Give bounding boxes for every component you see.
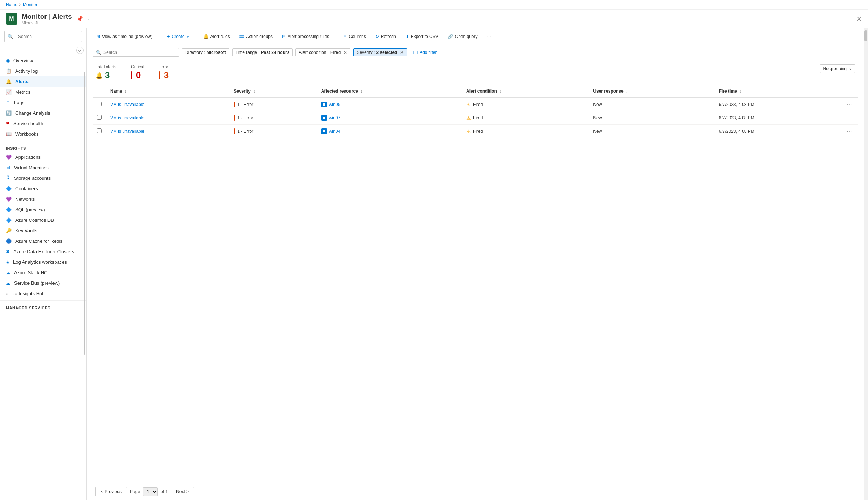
severity-bar-icon <box>234 115 235 121</box>
alert-rules-button[interactable]: 🔔 Alert rules <box>199 32 234 41</box>
sidebar-item-label: Storage accounts <box>14 175 51 181</box>
more-icon[interactable]: ··· <box>88 16 93 22</box>
sidebar-item-activity-log[interactable]: 📋 Activity log <box>0 66 86 76</box>
sidebar-item-key-vaults[interactable]: 🔑 Key Vaults <box>0 225 86 236</box>
cosmos-db-icon: 🔷 <box>6 217 12 223</box>
row-checkbox[interactable] <box>97 128 102 133</box>
sidebar-item-azure-cache-redis[interactable]: 🔵 Azure Cache for Redis <box>0 236 86 246</box>
alert-name-link[interactable]: VM is unavailable <box>110 129 144 134</box>
row-severity-cell: 1 - Error <box>229 125 316 138</box>
workbooks-icon: 📖 <box>6 131 12 137</box>
close-icon[interactable]: ✕ <box>856 14 862 23</box>
row-checkbox[interactable] <box>97 102 102 106</box>
sidebar-item-label: Service health <box>13 121 43 126</box>
sidebar-item-networks[interactable]: 💜 Networks <box>0 194 86 204</box>
next-button[interactable]: Next > <box>171 487 194 496</box>
export-csv-button[interactable]: ⬇ Export to CSV <box>401 32 442 41</box>
filter-close-icon[interactable]: ✕ <box>344 50 347 55</box>
insights-section-label: Insights <box>0 143 86 152</box>
sort-icon[interactable]: ↕ <box>499 89 502 93</box>
log-analytics-icon: ◈ <box>6 259 9 265</box>
azure-stack-hci-icon: ☁ <box>6 270 10 275</box>
filter-tag-time-range[interactable]: Time range : Past 24 hours <box>232 48 293 56</box>
sidebar-search-input[interactable] <box>15 33 79 41</box>
filter-tag-severity[interactable]: Severity : 2 selected ✕ <box>353 48 407 56</box>
toolbar: ⊞ View as timeline (preview) + Create ∨ … <box>87 28 864 45</box>
row-more-button[interactable]: ··· <box>847 115 854 121</box>
severity-label: 1 - Error <box>237 102 253 107</box>
sidebar-item-azure-stack-hci[interactable]: ☁ Azure Stack HCI <box>0 267 86 278</box>
filter-tag-value: Microsoft <box>207 50 226 55</box>
row-more-button[interactable]: ··· <box>847 101 854 107</box>
resource-link[interactable]: win04 <box>329 129 340 134</box>
create-button[interactable]: + Create ∨ <box>162 31 193 42</box>
sort-icon[interactable]: ↕ <box>626 89 628 93</box>
sidebar-item-workbooks[interactable]: 📖 Workbooks <box>0 129 86 139</box>
columns-button[interactable]: ⊞ Columns <box>339 32 370 41</box>
filter-close-severity-icon[interactable]: ✕ <box>400 50 404 55</box>
refresh-button[interactable]: ↻ Refresh <box>371 32 400 41</box>
overview-icon: ◉ <box>6 58 10 63</box>
row-name-cell: VM is unavailable <box>106 125 229 138</box>
sort-icon[interactable]: ↕ <box>125 89 127 93</box>
sidebar-item-containers[interactable]: 🔷 Containers <box>0 183 86 194</box>
sidebar-item-insights-hub[interactable]: ··· ··· Insights Hub <box>0 288 86 299</box>
sidebar-item-virtual-machines[interactable]: 🖥 Virtual Machines <box>0 162 86 173</box>
sidebar-scrollbar[interactable] <box>84 72 85 355</box>
row-resource-cell: win04 <box>317 125 462 138</box>
filter-tag-directory[interactable]: Directory : Microsoft <box>182 48 229 56</box>
add-filter-button[interactable]: + + Add filter <box>410 49 439 56</box>
sidebar-item-storage-accounts[interactable]: 🗄 Storage accounts <box>0 173 86 183</box>
row-user-response-cell: New <box>589 98 714 111</box>
filter-tag-key: Alert condition : <box>299 50 329 55</box>
sidebar-item-overview[interactable]: ◉ Overview <box>0 55 86 66</box>
sidebar-item-cosmos-db[interactable]: 🔷 Azure Cosmos DB <box>0 215 86 225</box>
sidebar-item-logs[interactable]: 🗒 Logs <box>0 97 86 108</box>
sidebar-item-label: Workbooks <box>15 131 39 137</box>
pin-icon[interactable]: 📌 <box>76 16 83 22</box>
row-more-button[interactable]: ··· <box>847 128 854 134</box>
sort-icon[interactable]: ↕ <box>361 89 363 93</box>
sidebar-item-log-analytics[interactable]: ◈ Log Analytics workspaces <box>0 257 86 267</box>
sidebar-item-applications[interactable]: 💜 Applications <box>0 152 86 162</box>
resource-link[interactable]: win07 <box>329 115 340 120</box>
sort-icon[interactable]: ↕ <box>253 89 255 93</box>
previous-button[interactable]: < Previous <box>95 487 127 496</box>
alert-name-link[interactable]: VM is unavailable <box>110 102 144 107</box>
sidebar-collapse-btn[interactable]: ‹‹ <box>76 47 84 54</box>
sidebar-item-sql-preview[interactable]: 🔷 SQL (preview) <box>0 204 86 215</box>
sidebar-item-label: Applications <box>15 154 41 160</box>
service-bus-icon: ☁ <box>6 280 10 286</box>
action-groups-button[interactable]: ≡≡ Action groups <box>235 32 277 41</box>
alert-name-link[interactable]: VM is unavailable <box>110 115 144 120</box>
col-user-response: User response ↕ <box>589 85 714 98</box>
alert-processing-button[interactable]: ⊞ Alert processing rules <box>278 32 333 41</box>
sidebar-item-azure-data-explorer[interactable]: ✖ Azure Data Explorer Clusters <box>0 246 86 257</box>
grouping-dropdown[interactable]: No grouping ∨ <box>820 64 855 73</box>
action-groups-icon: ≡≡ <box>239 34 244 39</box>
breadcrumb-current[interactable]: Monitor <box>23 2 37 7</box>
sidebar-item-service-bus[interactable]: ☁ Service Bus (preview) <box>0 278 86 288</box>
user-response-label: New <box>593 102 602 107</box>
breadcrumb-home[interactable]: Home <box>6 2 17 7</box>
view-timeline-button[interactable]: ⊞ View as timeline (preview) <box>93 32 156 41</box>
open-query-button[interactable]: 🔗 Open query <box>444 32 482 41</box>
key-vaults-icon: 🔑 <box>6 228 12 233</box>
filter-search-input[interactable] <box>103 50 176 55</box>
page-label: Page <box>130 489 140 494</box>
row-checkbox[interactable] <box>97 115 102 120</box>
filter-tag-alert-condition[interactable]: Alert condition : Fired ✕ <box>295 48 350 56</box>
row-severity-cell: 1 - Error <box>229 111 316 125</box>
page-select[interactable]: 1 <box>143 487 158 496</box>
sidebar-item-label: Service Bus (preview) <box>14 280 60 286</box>
content-scrollbar[interactable] <box>864 28 868 500</box>
sort-icon[interactable]: ↕ <box>740 89 742 93</box>
condition-icon: ⚠ <box>466 128 471 134</box>
open-query-icon: 🔗 <box>448 34 453 39</box>
sidebar-item-alerts[interactable]: 🔔 Alerts <box>0 76 86 87</box>
sidebar-item-metrics[interactable]: 📈 Metrics <box>0 87 86 97</box>
resource-link[interactable]: win05 <box>329 102 340 107</box>
sidebar-item-change-analysis[interactable]: 🔄 Change Analysis <box>0 108 86 118</box>
sidebar-item-service-health[interactable]: ❤ Service health <box>0 118 86 129</box>
toolbar-more-button[interactable]: ··· <box>483 32 496 41</box>
